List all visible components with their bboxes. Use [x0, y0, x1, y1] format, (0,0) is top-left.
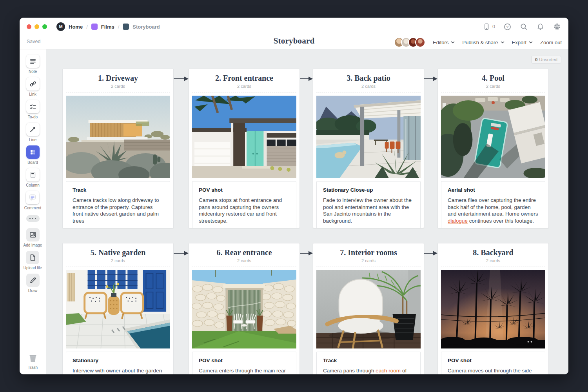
photo-backyard-sunset[interactable] — [441, 270, 545, 348]
connector-arrow[interactable] — [424, 76, 437, 82]
tool-line[interactable]: Line — [26, 123, 40, 142]
tool-link[interactable]: Link — [26, 77, 40, 96]
breadcrumb-films[interactable]: Films — [101, 24, 114, 30]
board-card-title[interactable]: 4. Pool — [438, 74, 548, 83]
tool-label: Link — [29, 92, 36, 96]
films-board-icon[interactable] — [91, 24, 98, 30]
publish-share-button[interactable]: Publish & share — [462, 40, 504, 45]
board-card-interior-rooms[interactable]: 7. Interior rooms 2 cards — [313, 243, 424, 374]
top-bar: M Home / Films / Storyboard 0 ? — [20, 18, 568, 36]
breadcrumb-storyboard[interactable]: Storyboard — [132, 24, 160, 30]
board-card-back-patio[interactable]: 3. Back patio 2 cards — [313, 69, 424, 228]
note-card[interactable]: Stationary Close-up Fade to interview th… — [316, 181, 421, 228]
help-icon[interactable]: ? — [503, 23, 512, 31]
board-card-count: 2 cards — [63, 258, 173, 263]
note-body-text: Camera pans through — [323, 368, 376, 374]
photo-driveway[interactable] — [66, 96, 170, 178]
board-card-title[interactable]: 1. Driveway — [63, 74, 173, 83]
board-card-title[interactable]: 3. Back patio — [313, 74, 424, 83]
board-card-front-entrance[interactable]: 2. Front entrance 2 cards — [189, 69, 300, 228]
board-card-title[interactable]: 6. Rear entrance — [189, 248, 299, 257]
board-card-title[interactable]: 2. Front entrance — [189, 74, 299, 83]
editors-menu-button[interactable]: Editors — [433, 40, 455, 45]
note-body: Fade to interview the owner about the po… — [323, 197, 414, 224]
photo-front-entrance[interactable] — [192, 96, 296, 178]
board-card-driveway[interactable]: 1. Driveway 2 cards — [62, 69, 174, 228]
note-heading: Track — [323, 358, 414, 363]
note-card[interactable]: POV shot Camera stops at front entrance … — [192, 181, 296, 228]
board-card-count: 2 cards — [189, 84, 299, 89]
photo-interior-chair[interactable] — [316, 270, 421, 348]
zoom-window-button[interactable] — [42, 24, 47, 29]
board-card-rear-entrance[interactable]: 6. Rear entrance 2 cards — [189, 243, 300, 374]
board-canvas[interactable]: 0 Unsorted 1. Driveway 2 cards — [46, 49, 568, 374]
breadcrumb-home[interactable]: Home — [69, 24, 83, 30]
tool-column[interactable]: Column — [26, 168, 39, 187]
card-divider — [192, 267, 296, 267]
note-link-each-room[interactable]: each room — [376, 368, 401, 374]
photo-native-garden[interactable] — [66, 270, 170, 348]
note-card[interactable]: POV shot Camera moves out through the si… — [441, 352, 545, 374]
connector-arrow[interactable] — [300, 250, 313, 256]
tool-add-image[interactable]: Add image — [24, 228, 42, 247]
avatar[interactable] — [415, 37, 425, 47]
board-card-title[interactable]: 8. Backyard — [438, 248, 548, 257]
todo-icon — [29, 103, 37, 111]
app-window: M Home / Films / Storyboard 0 ? Saved St… — [20, 18, 568, 374]
board-card-count: 2 cards — [438, 258, 548, 263]
board-card-count: 2 cards — [313, 258, 424, 263]
search-icon[interactable] — [520, 23, 528, 31]
note-link-dialogue[interactable]: dialogue — [448, 218, 468, 224]
board-card-backyard[interactable]: 8. Backyard 2 cards — [437, 243, 549, 374]
connector-arrow[interactable] — [424, 250, 437, 256]
tool-comment[interactable]: Comment — [24, 191, 41, 210]
note-body: Camera stops at front entrance and pans … — [199, 197, 290, 224]
connector-arrow[interactable] — [300, 76, 313, 82]
tool-draw[interactable]: Draw — [26, 274, 40, 293]
tool-note[interactable]: Note — [26, 54, 40, 74]
draw-pencil-icon — [29, 276, 37, 284]
photo-pool-aerial[interactable] — [441, 96, 545, 178]
close-window-button[interactable] — [27, 24, 31, 29]
note-body: Camera enters through the main rear — [199, 367, 290, 374]
zoom-out-button[interactable]: Zoom out — [540, 40, 562, 45]
board-card-title[interactable]: 7. Interior rooms — [313, 248, 424, 257]
note-card[interactable]: Aerial shot Camera flies over capturing … — [441, 181, 545, 228]
note-card[interactable]: Track Camera tracks low along driveway t… — [66, 181, 170, 228]
breadcrumb: M Home / Films / Storyboard — [56, 22, 160, 31]
board-card-pool[interactable]: 4. Pool 2 cards — [437, 69, 549, 228]
board-card-title[interactable]: 5. Native garden — [63, 248, 173, 257]
note-card[interactable]: Stationary Interview with owner about th… — [66, 352, 170, 374]
tool-todo[interactable]: To-do — [26, 100, 40, 119]
note-card[interactable]: POV shot Camera enters through the main … — [192, 352, 296, 374]
card-divider — [66, 267, 170, 267]
photo-back-patio[interactable] — [316, 96, 421, 178]
note-heading: POV shot — [448, 358, 539, 363]
note-card[interactable]: Track Camera pans through each room of t… — [316, 352, 421, 374]
connector-arrow[interactable] — [174, 250, 189, 256]
mobile-devices-indicator[interactable]: 0 — [483, 23, 495, 31]
unsorted-label: Unsorted — [539, 57, 557, 62]
tool-label: Column — [26, 183, 39, 187]
photo-rear-entrance[interactable] — [192, 270, 296, 348]
note-body-text: Camera tracks low along driveway to entr… — [73, 197, 159, 224]
board-card-native-garden[interactable]: 5. Native garden 2 cards — [62, 243, 174, 374]
editor-avatars[interactable] — [394, 37, 425, 47]
board-card-count: 2 cards — [189, 258, 299, 263]
note-body: Camera pans through each room of the — [323, 367, 414, 374]
milanote-logo-icon[interactable]: M — [56, 22, 65, 31]
tool-upload-file[interactable]: Upload file — [24, 251, 42, 270]
settings-gear-icon[interactable] — [553, 22, 561, 31]
unsorted-badge[interactable]: 0 Unsorted — [531, 56, 561, 64]
connector-arrow[interactable] — [174, 76, 189, 82]
notifications-bell-icon[interactable] — [536, 23, 544, 31]
upload-file-icon — [29, 254, 36, 261]
storyboard-board-icon[interactable] — [123, 24, 129, 30]
minimize-window-button[interactable] — [34, 24, 39, 29]
more-tools-button[interactable] — [26, 215, 40, 222]
export-button[interactable]: Export — [512, 40, 533, 45]
phone-icon — [483, 23, 490, 31]
tool-board[interactable]: Board — [26, 145, 40, 165]
trash-dropzone[interactable]: Trash — [27, 352, 39, 370]
zoom-out-label: Zoom out — [540, 40, 562, 45]
